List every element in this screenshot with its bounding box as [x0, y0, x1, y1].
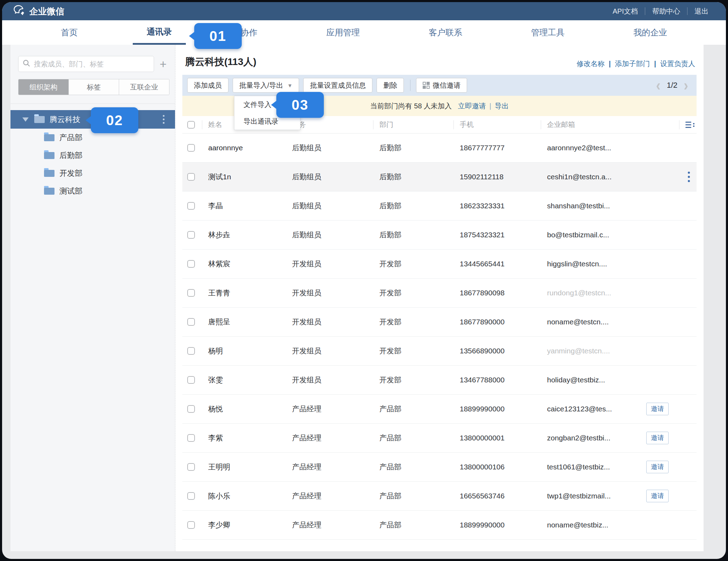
invite-now-link[interactable]: 立即邀请: [458, 101, 486, 111]
search-input[interactable]: [34, 60, 150, 68]
page-right-gutter: [704, 45, 726, 551]
wechat-invite-button[interactable]: 微信邀请: [416, 78, 467, 93]
sidebar-tab-org-structure[interactable]: 组织架构: [19, 79, 68, 95]
member-email: rundong1@testcn...: [541, 289, 646, 297]
set-manager-link[interactable]: 设置负责人: [660, 59, 695, 69]
nav-tab-customer-contact[interactable]: 客户联系: [415, 20, 476, 45]
nav-tab-home[interactable]: 首页: [47, 20, 92, 45]
row-checkbox[interactable]: [187, 260, 195, 268]
member-row[interactable]: 王青青 开发组员 开发部 18677890098 rundong1@testcn…: [182, 279, 697, 308]
member-row[interactable]: 陈小乐 产品经理 产品部 16656563746 twp1@testbizmai…: [182, 482, 697, 511]
sidebar-tab-tags[interactable]: 标签: [68, 79, 119, 95]
dropdown-item-file-import[interactable]: 文件导入 03: [234, 96, 300, 113]
member-row[interactable]: 林紫宸 开发组员 开发部 13445665441 higgslin@testcn…: [182, 250, 697, 279]
member-row[interactable]: 王明明 产品经理 产品部 13800000106 test1061@testbi…: [182, 453, 697, 482]
member-email: test1061@testbiz...: [541, 463, 646, 471]
member-row[interactable]: 李少卿 产品经理 产品部 18899990000 noname@testbiz.…: [182, 511, 697, 540]
member-phone: 18677777777: [453, 144, 541, 152]
tree-node-test-dept[interactable]: 测试部: [10, 182, 175, 200]
main-nav: 首页 通讯录 01 协作 应用管理 客户联系 管理工具 我的企业: [2, 20, 726, 45]
member-row[interactable]: 李紫 产品经理 产品部 13800000001 zongban2@testbi.…: [182, 424, 697, 453]
row-checkbox[interactable]: [187, 144, 195, 152]
nav-tab-contacts[interactable]: 通讯录 01: [133, 20, 186, 45]
add-member-button[interactable]: 添加成员: [187, 78, 228, 93]
rename-link[interactable]: 修改名称: [577, 59, 605, 69]
row-checkbox[interactable]: [187, 376, 195, 384]
topbar-link-api-docs[interactable]: API文档: [606, 7, 645, 16]
member-email: holiday@testbiz...: [541, 376, 646, 384]
member-phone: 13566890000: [453, 347, 541, 355]
member-role: 产品经理: [286, 491, 373, 501]
batch-import-export-button[interactable]: 批量导入/导出 ▼: [233, 78, 299, 93]
prev-page-icon[interactable]: ‹: [656, 78, 661, 93]
tree-node-menu-icon[interactable]: [161, 114, 166, 125]
action-separator: |: [609, 60, 611, 68]
member-department: 开发部: [373, 375, 453, 385]
member-phone: 13467788000: [453, 376, 541, 384]
nav-tab-admin-tools[interactable]: 管理工具: [517, 20, 578, 45]
member-email: twp1@testbizmail...: [541, 492, 646, 500]
member-role: 后勤组员: [286, 143, 373, 153]
add-member-label: 添加成员: [194, 81, 222, 90]
row-checkbox[interactable]: [187, 405, 195, 413]
member-row[interactable]: 杨明 开发组员 开发部 13566890000 yanming@testcn..…: [182, 337, 697, 366]
row-checkbox[interactable]: [187, 434, 195, 442]
delete-button[interactable]: 删除: [377, 78, 404, 93]
member-role: 产品经理: [286, 462, 373, 472]
add-sub-department-link[interactable]: 添加子部门: [615, 59, 650, 69]
member-department: 产品部: [373, 404, 453, 414]
tree-node-logistics-dept[interactable]: 后勤部: [10, 146, 175, 164]
member-row[interactable]: aaronnnye 后勤组员 后勤部 18677777777 aaronnnye…: [182, 134, 697, 163]
toolbar: 添加成员 批量导入/导出 ▼ 批量设置成员信息 删除 微信邀请: [182, 75, 697, 96]
column-settings-icon[interactable]: [679, 116, 697, 133]
invite-button[interactable]: 邀请: [646, 432, 669, 444]
row-menu-icon[interactable]: [686, 170, 692, 184]
nav-tab-app-management[interactable]: 应用管理: [312, 20, 374, 45]
row-checkbox[interactable]: [187, 347, 195, 355]
member-row[interactable]: 杨悦 产品经理 产品部 18899990000 caice123123@tes.…: [182, 395, 697, 424]
next-page-icon[interactable]: ›: [684, 78, 688, 93]
row-checkbox[interactable]: [187, 318, 195, 326]
member-role: 后勤组员: [286, 230, 373, 240]
invite-button[interactable]: 邀请: [646, 403, 669, 415]
invite-button[interactable]: 邀请: [646, 490, 669, 502]
member-row[interactable]: 张雯 开发组员 开发部 13467788000 holiday@testbiz.…: [182, 366, 697, 395]
member-row[interactable]: 唐熙呈 开发组员 开发部 18677890000 noname@testcn..…: [182, 308, 697, 337]
tree-node-dev-dept[interactable]: 开发部: [10, 164, 175, 182]
add-department-button[interactable]: +: [157, 56, 169, 72]
select-all-checkbox[interactable]: [187, 121, 195, 129]
row-checkbox[interactable]: [187, 231, 195, 239]
tree-node-label: 后勤部: [59, 150, 82, 161]
expand-caret-icon[interactable]: [22, 117, 29, 122]
row-checkbox[interactable]: [187, 492, 195, 500]
member-department: 开发部: [373, 317, 453, 327]
row-checkbox[interactable]: [187, 463, 195, 471]
invite-button[interactable]: 邀请: [646, 461, 669, 473]
column-header-mobile[interactable]: 手机: [453, 116, 541, 133]
column-header-email[interactable]: 企业邮箱: [541, 116, 646, 133]
topbar-link-logout[interactable]: 退出: [687, 7, 715, 16]
tree-node-root-company[interactable]: 腾云科技 02: [10, 110, 175, 129]
sidebar-tab-linked-companies[interactable]: 互联企业: [119, 79, 169, 95]
member-role: 产品经理: [286, 520, 373, 530]
member-row[interactable]: 测试1n 后勤组员 后勤部 15902112118 ceshi1n@testcn…: [182, 163, 697, 192]
column-header-department[interactable]: 部门: [373, 116, 453, 133]
row-checkbox[interactable]: [187, 202, 195, 210]
member-row[interactable]: 林步垚 后勤组员 后勤部 18754323321 bo@testbizmail.…: [182, 221, 697, 250]
member-name: 王明明: [202, 462, 286, 472]
member-row[interactable]: 李晶 后勤组员 后勤部 18623323331 shanshan@testbi.…: [182, 192, 697, 221]
batch-set-member-info-button[interactable]: 批量设置成员信息: [303, 78, 372, 93]
nav-tab-my-company[interactable]: 我的企业: [619, 20, 681, 45]
topbar-link-help-center[interactable]: 帮助中心: [645, 7, 687, 16]
member-email: ceshi1n@testcn.a...: [541, 173, 646, 181]
row-checkbox[interactable]: [187, 289, 195, 297]
row-checkbox[interactable]: [187, 173, 195, 181]
row-checkbox[interactable]: [187, 521, 195, 529]
export-link[interactable]: 导出: [495, 101, 509, 111]
member-email: yanming@testcn....: [541, 347, 646, 355]
member-department: 后勤部: [373, 201, 453, 211]
pagination: ‹ 1/2 ›: [656, 79, 692, 92]
member-role: 开发组员: [286, 346, 373, 356]
page-title: 腾云科技(113人): [185, 55, 256, 69]
member-role: 开发组员: [286, 288, 373, 298]
